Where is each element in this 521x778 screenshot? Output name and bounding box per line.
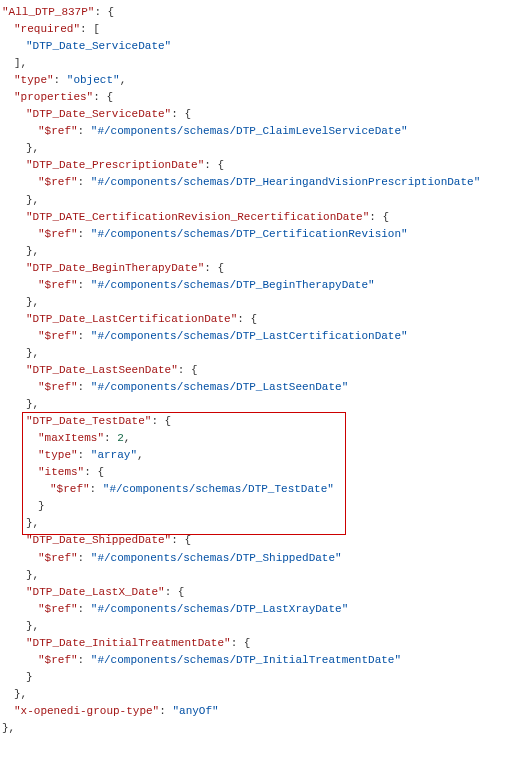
- token-p: : {: [165, 586, 185, 598]
- token-v: "#/components/schemas/DTP_HearingandVisi…: [91, 176, 480, 188]
- token-p: : {: [171, 534, 191, 546]
- token-p: ,: [137, 449, 144, 461]
- token-k: "$ref": [50, 483, 90, 495]
- token-p: :: [54, 74, 67, 86]
- token-k: "DTP_Date_LastX_Date": [26, 586, 165, 598]
- token-p: :: [78, 449, 91, 461]
- token-p: },: [26, 296, 39, 308]
- token-k: "x-openedi-group-type": [14, 705, 159, 717]
- token-k: "properties": [14, 91, 93, 103]
- token-p: :: [78, 330, 91, 342]
- token-p: :: [90, 483, 103, 495]
- token-p: },: [26, 398, 39, 410]
- token-p: : {: [151, 415, 171, 427]
- token-p: : {: [94, 6, 114, 18]
- token-p: :: [78, 654, 91, 666]
- token-p: :: [78, 603, 91, 615]
- code-line: },: [2, 396, 519, 413]
- token-p: : {: [84, 466, 104, 478]
- token-p: :: [78, 125, 91, 137]
- code-line: "DTP_Date_ShippedDate": {: [2, 532, 519, 549]
- token-v: "object": [67, 74, 120, 86]
- token-k: "type": [38, 449, 78, 461]
- token-k: "$ref": [38, 654, 78, 666]
- token-p: : {: [204, 262, 224, 274]
- token-k: "DTP_Date_InitialTreatmentDate": [26, 637, 231, 649]
- code-line: }: [2, 669, 519, 686]
- token-k: "$ref": [38, 228, 78, 240]
- token-p: },: [26, 194, 39, 206]
- token-k: "DTP_Date_ShippedDate": [26, 534, 171, 546]
- code-line: "properties": {: [2, 89, 519, 106]
- token-p: },: [26, 347, 39, 359]
- token-p: ,: [124, 432, 131, 444]
- code-line: "x-openedi-group-type": "anyOf": [2, 703, 519, 720]
- token-p: : {: [93, 91, 113, 103]
- token-v: "#/components/schemas/DTP_LastXrayDate": [91, 603, 348, 615]
- token-p: :: [78, 279, 91, 291]
- token-p: :: [78, 381, 91, 393]
- token-v: "#/components/schemas/DTP_CertificationR…: [91, 228, 408, 240]
- token-v: "#/components/schemas/DTP_LastCertificat…: [91, 330, 408, 342]
- code-line: }: [2, 498, 519, 515]
- token-p: : {: [231, 637, 251, 649]
- token-v: "array": [91, 449, 137, 461]
- code-line: },: [2, 720, 519, 737]
- token-v: "#/components/schemas/DTP_InitialTreatme…: [91, 654, 401, 666]
- code-line: "$ref": "#/components/schemas/DTP_TestDa…: [2, 481, 519, 498]
- token-k: "maxItems": [38, 432, 104, 444]
- token-k: "$ref": [38, 125, 78, 137]
- token-k: "required": [14, 23, 80, 35]
- code-line: "$ref": "#/components/schemas/DTP_LastXr…: [2, 601, 519, 618]
- token-p: :: [78, 228, 91, 240]
- code-line: "$ref": "#/components/schemas/DTP_ClaimL…: [2, 123, 519, 140]
- token-p: ,: [120, 74, 127, 86]
- code-line: },: [2, 515, 519, 532]
- token-v: "#/components/schemas/DTP_BeginTherapyDa…: [91, 279, 375, 291]
- token-k: "$ref": [38, 603, 78, 615]
- token-k: "DTP_Date_LastCertificationDate": [26, 313, 237, 325]
- code-line: },: [2, 345, 519, 362]
- token-p: }: [26, 671, 33, 683]
- code-line: },: [2, 243, 519, 260]
- token-p: : {: [171, 108, 191, 120]
- token-p: :: [104, 432, 117, 444]
- code-line: "$ref": "#/components/schemas/DTP_Hearin…: [2, 174, 519, 191]
- json-code-block: "All_DTP_837P": {"required": ["DTP_Date_…: [2, 4, 519, 737]
- code-line: "$ref": "#/components/schemas/DTP_LastSe…: [2, 379, 519, 396]
- token-p: },: [26, 620, 39, 632]
- token-p: },: [14, 688, 27, 700]
- code-line: },: [2, 294, 519, 311]
- code-line: "DTP_Date_BeginTherapyDate": {: [2, 260, 519, 277]
- token-k: "type": [14, 74, 54, 86]
- code-line: },: [2, 567, 519, 584]
- token-k: "$ref": [38, 330, 78, 342]
- token-p: },: [26, 245, 39, 257]
- code-line: "DTP_Date_LastSeenDate": {: [2, 362, 519, 379]
- token-p: : [: [80, 23, 100, 35]
- code-line: },: [2, 618, 519, 635]
- code-line: "$ref": "#/components/schemas/DTP_Initia…: [2, 652, 519, 669]
- token-k: "DTP_Date_TestDate": [26, 415, 151, 427]
- token-n: 2: [117, 432, 124, 444]
- token-p: }: [38, 500, 45, 512]
- token-v: "DTP_Date_ServiceDate": [26, 40, 171, 52]
- token-k: "All_DTP_837P": [2, 6, 94, 18]
- token-k: "DTP_Date_PrescriptionDate": [26, 159, 204, 171]
- code-line: "maxItems": 2,: [2, 430, 519, 447]
- code-line: ],: [2, 55, 519, 72]
- token-v: "#/components/schemas/DTP_TestDate": [103, 483, 334, 495]
- token-p: : {: [204, 159, 224, 171]
- token-v: "#/components/schemas/DTP_ShippedDate": [91, 552, 342, 564]
- code-line: "type": "array",: [2, 447, 519, 464]
- token-k: "$ref": [38, 279, 78, 291]
- code-line: "type": "object",: [2, 72, 519, 89]
- code-line: "All_DTP_837P": {: [2, 4, 519, 21]
- token-k: "items": [38, 466, 84, 478]
- token-p: : {: [369, 211, 389, 223]
- token-p: },: [2, 722, 15, 734]
- token-k: "$ref": [38, 381, 78, 393]
- token-k: "DTP_Date_ServiceDate": [26, 108, 171, 120]
- token-p: ],: [14, 57, 27, 69]
- token-v: "#/components/schemas/DTP_ClaimLevelServ…: [91, 125, 408, 137]
